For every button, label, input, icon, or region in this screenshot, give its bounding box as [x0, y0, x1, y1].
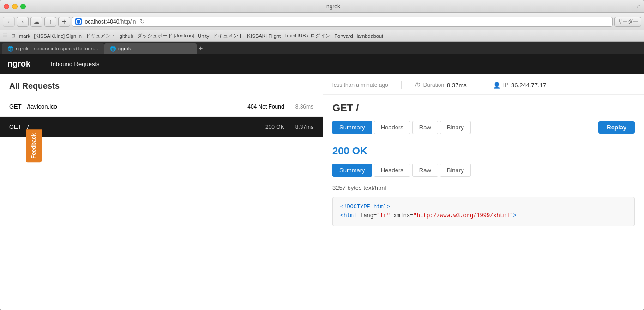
close-button[interactable]: [4, 4, 9, 9]
bookmark-kissaki-sign-in[interactable]: [KISSAKI.Inc] Sign in: [34, 33, 81, 39]
browser-window: ngrok ⤢ ‹ › ☁ ↑ + localhost:4040/http/in…: [0, 0, 644, 310]
request-item-root[interactable]: GET / 200 OK 8.37ms: [0, 117, 323, 137]
meta-divider-2: [480, 81, 480, 89]
tab-title-2: ngrok: [118, 46, 131, 51]
response-tab-headers[interactable]: Headers: [374, 164, 410, 177]
code-line-1: <!DOCTYPE html>: [340, 203, 627, 212]
maximize-button[interactable]: [20, 4, 26, 9]
request-status-2: 200 OK: [265, 124, 284, 130]
response-tab-summary[interactable]: Summary: [332, 164, 372, 177]
add-tab-toolbar-button[interactable]: +: [58, 17, 70, 27]
minimize-button[interactable]: [12, 4, 18, 9]
code-lang-val: "fr": [377, 213, 390, 219]
response-tab-raw[interactable]: Raw: [412, 164, 438, 177]
meta-divider-1: [401, 81, 402, 89]
bookmark-documents2[interactable]: ドキュメント: [213, 32, 243, 39]
request-path-2: /: [27, 123, 262, 130]
tab-2[interactable]: 🌐 ngrok: [104, 43, 197, 54]
all-requests-title: All Requests: [9, 81, 60, 91]
duration-label: Duration: [423, 82, 444, 88]
bookmark-unity[interactable]: Unity: [198, 33, 209, 39]
code-xmlns-val: "http://www.w3.org/1999/xhtml": [413, 213, 513, 219]
reader-button[interactable]: リーダー: [614, 17, 641, 27]
response-meta: 3257 bytes text/html: [332, 184, 635, 191]
favicon: [75, 18, 82, 25]
request-time: less than a minute ago: [332, 82, 388, 88]
refresh-button[interactable]: ↻: [138, 17, 147, 26]
bookmarks-bar: ☰ ⊞ mark [KISSAKI.Inc] Sign in ドキュメント gi…: [0, 30, 644, 42]
request-tabs-row: Summary Headers Raw Binary Replay: [332, 121, 635, 134]
request-duration-1: 8.36ms: [295, 103, 313, 110]
person-icon: 👤: [493, 82, 500, 89]
right-panel: less than a minute ago ⏱ Duration 8.37ms…: [323, 74, 644, 310]
address-bar[interactable]: localhost:4040/http/in ↻: [72, 17, 613, 27]
request-tab-binary[interactable]: Binary: [440, 121, 471, 134]
window-title: ngrok: [30, 3, 636, 10]
grid-icon: ⊞: [11, 33, 15, 39]
bookmark-github[interactable]: github: [120, 33, 133, 39]
main-content: All Requests GET /favicon.ico 404 Not Fo…: [0, 74, 644, 310]
request-meta: less than a minute ago ⏱ Duration 8.37ms…: [323, 74, 644, 95]
request-status-1: 404 Not Found: [247, 103, 284, 110]
bookmarks-icon: ☰: [3, 33, 7, 39]
bookmark-documents1[interactable]: ドキュメント: [85, 32, 116, 39]
requests-list: GET /favicon.ico 404 Not Found 8.36ms GE…: [0, 97, 323, 310]
bookmark-kissaki-flight[interactable]: KISSAKI Flight: [247, 33, 281, 39]
share-button[interactable]: ↑: [44, 17, 56, 27]
bookmark-techhub[interactable]: TechHUB › ログイン: [284, 32, 331, 39]
bookmark-jenkins[interactable]: ダッシュボード [Jenkins]: [137, 32, 194, 39]
code-space-1: lang=: [360, 213, 377, 219]
request-method-2: GET: [9, 123, 22, 130]
request-tab-headers[interactable]: Headers: [374, 121, 410, 134]
code-xmlns-attr: xmlns=: [393, 213, 413, 219]
ip-value: 36.244.77.17: [511, 82, 546, 89]
left-panel-header: All Requests: [0, 74, 323, 97]
bookmark-lambdabout[interactable]: lambdabout: [357, 33, 384, 39]
forward-button[interactable]: ›: [17, 17, 29, 27]
ngrok-navbar: ngrok Inbound Requests: [0, 54, 644, 74]
code-html-close: >: [513, 213, 517, 219]
response-section: 200 OK Summary Headers Raw Binary 3257 b…: [332, 145, 635, 226]
code-line-2: <html lang="fr" xmlns="http://www.w3.org…: [340, 212, 627, 220]
tab-favicon-1: 🌐: [7, 46, 13, 51]
back-button[interactable]: ‹: [3, 17, 15, 27]
clock-icon: ⏱: [415, 82, 421, 89]
bookmark-forward[interactable]: Forward: [334, 33, 353, 39]
request-path-1: /favicon.ico: [27, 103, 244, 110]
browser-toolbar: ‹ › ☁ ↑ + localhost:4040/http/in ↻ リーダー: [0, 13, 644, 30]
request-title: GET /: [332, 102, 635, 114]
nav-inbound-requests[interactable]: Inbound Requests: [47, 59, 103, 69]
code-doctype: <!DOCTYPE html>: [340, 204, 390, 210]
code-html-open: <html: [340, 213, 357, 219]
tab-title-1: ngrok – secure introspectable tunnels to…: [16, 46, 99, 51]
request-tab-raw[interactable]: Raw: [412, 121, 438, 134]
traffic-lights: [4, 4, 26, 9]
address-text: localhost:4040/http/in: [84, 18, 136, 25]
response-tabs-row: Summary Headers Raw Binary: [332, 164, 635, 177]
response-status: 200 OK: [332, 145, 635, 157]
duration-meta: ⏱ Duration 8.37ms: [415, 82, 467, 89]
ip-label: IP: [503, 82, 508, 88]
response-code-block: <!DOCTYPE html> <html lang="fr" xmlns="h…: [332, 197, 635, 226]
response-tab-binary[interactable]: Binary: [440, 164, 471, 177]
ip-meta: 👤 IP 36.244.77.17: [493, 82, 546, 89]
request-item-favicon[interactable]: GET /favicon.ico 404 Not Found 8.36ms: [0, 97, 323, 117]
new-tab-button[interactable]: +: [199, 43, 203, 54]
request-duration-2: 8.37ms: [295, 124, 313, 130]
request-detail: GET / Summary Headers Raw Binary Replay …: [323, 95, 644, 234]
tab-favicon-2: 🌐: [110, 46, 115, 51]
feedback-button[interactable]: Feedback: [26, 129, 42, 162]
app-container: ngrok Inbound Requests All Requests GET …: [0, 54, 644, 310]
bookmark-mark[interactable]: mark: [19, 33, 30, 39]
request-tab-summary[interactable]: Summary: [332, 121, 372, 134]
titlebar: ngrok ⤢: [0, 0, 644, 13]
request-method-1: GET: [9, 103, 22, 110]
tab-bar: 🌐 ngrok – secure introspectable tunnels …: [0, 42, 644, 54]
ngrok-logo: ngrok: [7, 59, 30, 69]
left-panel: All Requests GET /favicon.ico 404 Not Fo…: [0, 74, 323, 310]
window-resize-icon[interactable]: ⤢: [636, 3, 640, 9]
duration-value: 8.37ms: [447, 82, 467, 89]
tab-1[interactable]: 🌐 ngrok – secure introspectable tunnels …: [2, 43, 104, 54]
cloud-button[interactable]: ☁: [30, 17, 42, 27]
replay-button[interactable]: Replay: [598, 121, 635, 134]
